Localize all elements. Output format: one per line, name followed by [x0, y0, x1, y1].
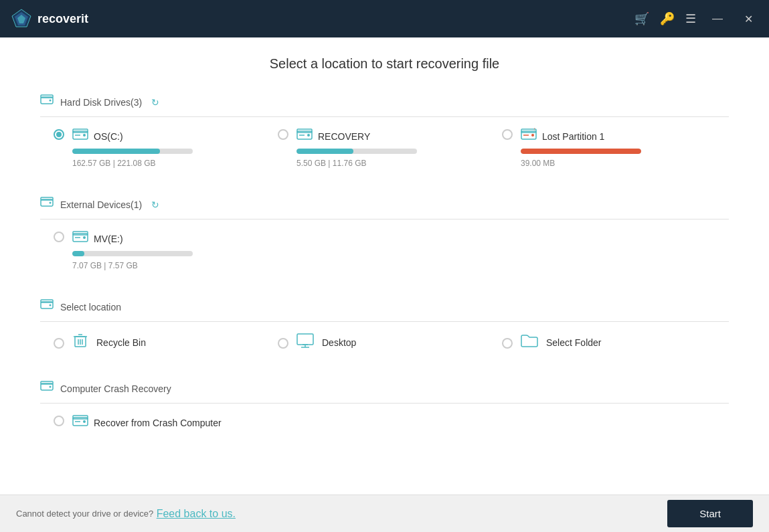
svg-rect-27: [41, 300, 53, 302]
hard-disk-drives-grid: OS(C:) 162.57 GB | 221.08 GB: [40, 128, 729, 182]
hard-disk-header: Hard Disk Drives(3) ↻: [40, 85, 729, 117]
crash-drive-icon: [72, 414, 88, 431]
drive-fill-os-c: [72, 149, 160, 154]
svg-point-21: [50, 202, 52, 204]
drive-progress-mv-e: [72, 251, 193, 256]
select-location-header: Select location: [40, 290, 729, 322]
drive-radio-os-c[interactable]: [54, 129, 64, 140]
svg-point-24: [83, 236, 86, 239]
location-item-desktop[interactable]: Desktop: [278, 333, 491, 353]
app-name: recoverit: [37, 12, 88, 26]
drive-radio-lost-partition[interactable]: [502, 129, 513, 140]
location-radio-select-folder[interactable]: [502, 338, 513, 349]
svg-point-16: [531, 134, 534, 137]
drive-info-lost-partition: ! Lost Partition 1 39.00 MB: [521, 128, 715, 169]
crash-recovery-header: Computer Crash Recovery: [40, 371, 729, 404]
drive-progress-os-c: [72, 149, 193, 154]
crash-recovery-grid: Recover from Crash Computer: [40, 414, 729, 448]
external-devices-label: External Devices(1): [60, 199, 142, 210]
drive-name-mv-e: MV(E:): [94, 234, 123, 244]
location-radio-desktop[interactable]: [278, 338, 288, 349]
key-icon[interactable]: 🔑: [660, 11, 675, 26]
drive-icon-mv-e: [72, 230, 88, 247]
drive-info-mv-e: MV(E:) 7.07 GB | 7.57 GB: [72, 230, 267, 271]
drive-item-mv-e[interactable]: MV(E:) 7.07 GB | 7.57 GB: [54, 230, 267, 271]
drive-size-recovery: 5.50 GB | 11.76 GB: [296, 159, 367, 168]
minimize-button[interactable]: —: [707, 10, 728, 27]
crash-info-recover: Recover from Crash Computer: [72, 414, 267, 435]
desktop-icon: [296, 333, 314, 352]
logo-icon: [11, 8, 32, 29]
svg-point-8: [83, 134, 86, 137]
main-content: Select a location to start recovering fi…: [0, 37, 769, 532]
drive-name-recovery: RECOVERY: [318, 131, 370, 142]
recycle-bin-icon: [72, 333, 88, 353]
drive-icon-recovery: [296, 128, 313, 145]
start-button[interactable]: Start: [667, 500, 753, 527]
select-location-section: Select location: [40, 290, 729, 366]
crash-recovery-label: Computer Crash Recovery: [60, 383, 171, 394]
drive-fill-recovery: [296, 149, 353, 154]
select-location-label: Select location: [60, 302, 121, 313]
select-folder-label: Select Folder: [546, 337, 601, 348]
drive-header-recovery: RECOVERY: [296, 128, 491, 145]
menu-icon[interactable]: ☰: [685, 11, 696, 26]
external-devices-header: External Devices(1) ↻: [40, 187, 729, 219]
feedback-link[interactable]: Feed back to us.: [157, 508, 236, 520]
crash-recovery-section: Computer Crash Recovery: [40, 371, 729, 448]
title-bar-actions: 🛒 🔑 ☰ — ✕: [634, 10, 758, 28]
drive-radio-recovery[interactable]: [278, 129, 288, 140]
external-refresh-icon[interactable]: ↻: [151, 199, 159, 210]
drive-fill-mv-e: [72, 251, 84, 256]
svg-rect-20: [41, 197, 53, 200]
drive-item-os-c[interactable]: OS(C:) 162.57 GB | 221.08 GB: [54, 128, 267, 169]
external-section-icon: [40, 197, 54, 212]
drive-icon-lost-partition: !: [521, 128, 537, 145]
svg-point-41: [50, 386, 52, 388]
location-items-grid: Recycle Bin Desktop: [40, 333, 729, 366]
svg-point-5: [50, 100, 52, 102]
drive-size-mv-e: 7.07 GB | 7.57 GB: [72, 261, 138, 270]
location-section-icon: [40, 299, 54, 315]
location-radio-recycle-bin[interactable]: [54, 338, 64, 349]
page-title-area: Select a location to start recovering fi…: [0, 37, 769, 85]
hard-disk-section-icon: [40, 94, 54, 110]
crash-recover-name: Recover from Crash Computer: [94, 418, 222, 428]
crash-header-recover: Recover from Crash Computer: [72, 414, 267, 431]
drive-name-lost-partition: Lost Partition 1: [542, 131, 604, 142]
recycle-bin-label: Recycle Bin: [96, 337, 146, 348]
drive-item-recovery[interactable]: RECOVERY 5.50 GB | 11.76 GB: [278, 128, 491, 169]
desktop-label: Desktop: [322, 337, 356, 348]
location-item-recycle-bin[interactable]: Recycle Bin: [54, 333, 267, 353]
drive-name-os-c: OS(C:): [94, 131, 123, 142]
folder-icon: [521, 333, 538, 352]
bottom-bar: Cannot detect your drive or device? Feed…: [0, 495, 769, 532]
drive-header-mv-e: MV(E:): [72, 230, 267, 247]
external-devices-section: External Devices(1) ↻: [40, 187, 729, 284]
svg-point-12: [307, 134, 310, 137]
drive-info-recovery: RECOVERY 5.50 GB | 11.76 GB: [296, 128, 491, 169]
drive-fill-lost-partition: [521, 149, 641, 154]
hard-disk-refresh-icon[interactable]: ↻: [151, 97, 159, 108]
drive-size-os-c: 162.57 GB | 221.08 GB: [72, 159, 156, 168]
drive-progress-lost-partition: [521, 149, 641, 154]
drive-item-lost-partition[interactable]: ! Lost Partition 1 39.00 MB: [502, 128, 715, 169]
svg-point-44: [83, 420, 86, 423]
cart-icon[interactable]: 🛒: [634, 11, 649, 26]
drive-header-lost-partition: ! Lost Partition 1: [521, 128, 715, 145]
location-item-select-folder[interactable]: Select Folder: [502, 333, 715, 353]
drive-radio-mv-e[interactable]: [54, 232, 64, 242]
hard-disk-label: Hard Disk Drives(3): [60, 97, 142, 108]
svg-rect-4: [41, 95, 53, 98]
hard-disk-section: Hard Disk Drives(3) ↻: [40, 85, 729, 182]
bottom-message: Cannot detect your drive or device?: [16, 509, 153, 519]
crash-radio-recover[interactable]: [54, 416, 64, 426]
crash-item-recover[interactable]: Recover from Crash Computer: [54, 414, 267, 435]
svg-point-28: [50, 304, 52, 306]
logo-area: recoverit: [11, 8, 88, 29]
drive-progress-recovery: [296, 149, 417, 154]
drive-size-lost-partition: 39.00 MB: [521, 159, 555, 168]
svg-rect-40: [41, 381, 53, 384]
close-button[interactable]: ✕: [739, 10, 758, 28]
title-bar: recoverit 🛒 🔑 ☰ — ✕: [0, 0, 769, 37]
